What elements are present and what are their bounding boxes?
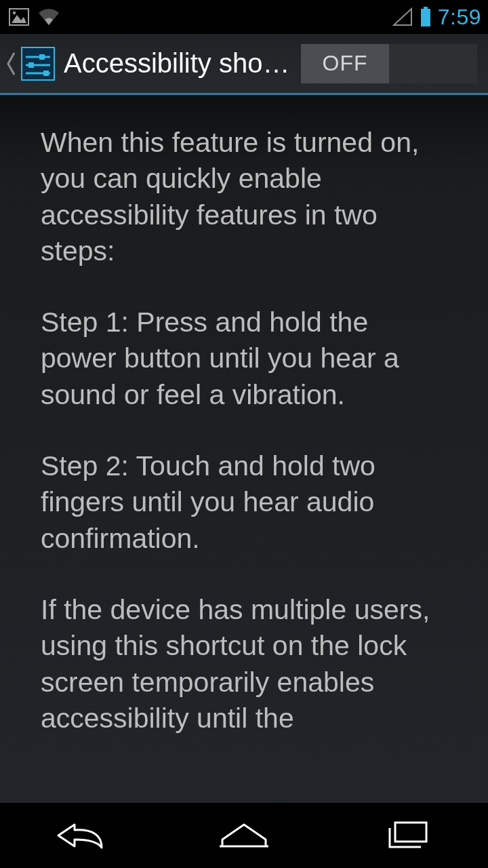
home-button[interactable]	[197, 812, 291, 859]
svg-rect-4	[421, 9, 430, 26]
wifi-icon	[37, 7, 61, 26]
navigation-bar	[0, 803, 488, 868]
up-chevron-icon[interactable]	[4, 43, 18, 84]
intro-paragraph: When this feature is turned on, you can …	[41, 125, 447, 269]
svg-marker-1	[12, 15, 26, 23]
step-2-paragraph: Step 2: Touch and hold two fingers until…	[41, 448, 447, 557]
svg-rect-7	[39, 54, 45, 60]
settings-app-icon[interactable]	[18, 43, 58, 84]
multi-user-paragraph: If the device has multiple users, using …	[41, 592, 447, 736]
toggle-label: OFF	[301, 44, 389, 83]
step-1-paragraph: Step 1: Press and hold the power button …	[41, 304, 447, 413]
cell-signal-icon	[390, 7, 415, 26]
status-left	[7, 7, 61, 26]
picture-notification-icon	[7, 7, 31, 26]
page-title: Accessibility shortc…	[58, 48, 301, 79]
status-time: 7:59	[438, 5, 481, 30]
recents-button[interactable]	[359, 812, 454, 859]
svg-rect-5	[22, 47, 54, 80]
svg-rect-11	[43, 71, 49, 76]
svg-rect-9	[28, 62, 34, 68]
feature-toggle[interactable]: OFF	[301, 44, 477, 83]
status-right: 7:59	[390, 5, 481, 30]
status-bar: 7:59	[0, 0, 488, 34]
svg-point-2	[13, 12, 16, 14]
svg-rect-3	[424, 7, 428, 9]
action-bar: Accessibility shortc… OFF	[0, 34, 488, 95]
content-scroll[interactable]: When this feature is turned on, you can …	[0, 95, 488, 803]
toggle-track	[389, 44, 477, 83]
svg-rect-13	[395, 823, 426, 842]
back-button[interactable]	[34, 812, 129, 859]
battery-icon	[419, 7, 432, 26]
